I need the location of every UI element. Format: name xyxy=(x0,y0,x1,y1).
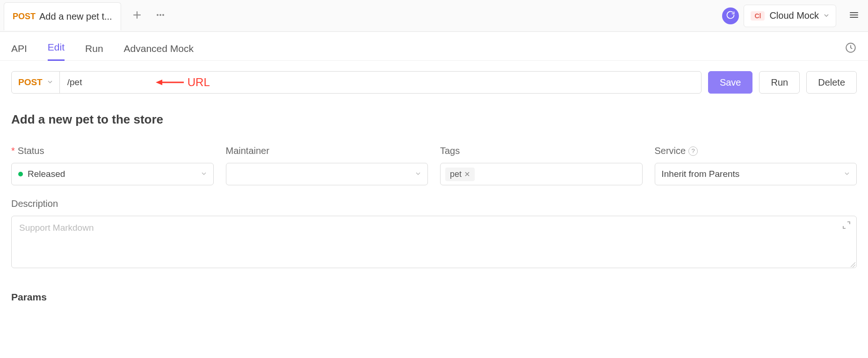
history-icon xyxy=(845,47,857,55)
run-button[interactable]: Run xyxy=(759,71,800,94)
save-button[interactable]: Save xyxy=(708,71,753,94)
environment-select[interactable]: Cl Cloud Mock xyxy=(744,5,836,27)
help-icon[interactable]: ? xyxy=(688,146,698,156)
tag-text: pet xyxy=(450,169,462,179)
history-button[interactable] xyxy=(845,42,857,60)
subnav-edit[interactable]: Edit xyxy=(48,35,65,61)
subnav-api[interactable]: API xyxy=(11,37,27,61)
tab-title: Add a new pet t... xyxy=(39,11,112,22)
description-label: Description xyxy=(11,198,58,209)
url-annotation: URL xyxy=(156,76,210,89)
chevron-down-icon xyxy=(824,12,829,20)
sync-button[interactable] xyxy=(722,7,739,24)
content-area: POST /pet URL Save Run Delete Add a new … xyxy=(0,61,868,303)
url-row: POST /pet URL Save Run Delete xyxy=(11,71,857,94)
resize-handle[interactable] xyxy=(849,260,855,267)
description-field: Description Support Markdown xyxy=(11,198,857,268)
status-label: Status xyxy=(18,146,44,156)
svg-marker-5 xyxy=(156,80,162,85)
env-badge: Cl xyxy=(751,11,765,21)
service-field: Service ? Inherit from Parents xyxy=(655,146,857,185)
expand-button[interactable] xyxy=(842,221,851,232)
tags-input[interactable]: pet xyxy=(440,163,643,185)
params-heading: Params xyxy=(11,292,857,303)
description-textarea[interactable]: Support Markdown xyxy=(11,216,857,268)
delete-button[interactable]: Delete xyxy=(806,71,857,94)
more-horizontal-icon xyxy=(155,10,166,22)
tab-active-request[interactable]: POST Add a new pet t... xyxy=(4,2,121,30)
chevron-down-icon xyxy=(201,171,207,178)
http-method-select[interactable]: POST xyxy=(11,71,60,94)
service-value: Inherit from Parents xyxy=(662,169,740,179)
chevron-down-icon xyxy=(47,79,53,86)
tag-chip: pet xyxy=(445,168,475,181)
menu-icon xyxy=(849,10,859,22)
tab-method-badge: POST xyxy=(13,12,36,22)
status-dot-icon xyxy=(18,172,23,176)
metadata-fields: * Status Released Maintainer xyxy=(11,146,857,185)
svg-point-2 xyxy=(162,14,164,16)
description-placeholder: Support Markdown xyxy=(19,223,94,233)
maintainer-label: Maintainer xyxy=(226,146,269,156)
maintainer-select[interactable] xyxy=(226,163,428,185)
new-tab-button[interactable] xyxy=(127,6,147,26)
annotation-text: URL xyxy=(188,76,210,89)
status-select[interactable]: Released xyxy=(11,163,214,185)
svg-point-1 xyxy=(159,14,161,16)
status-field: * Status Released xyxy=(11,146,214,185)
tags-field: Tags pet xyxy=(440,146,643,185)
tags-label: Tags xyxy=(440,146,460,156)
status-value: Released xyxy=(28,169,65,179)
subnav-advanced-mock[interactable]: Advanced Mock xyxy=(124,37,194,61)
api-title: Add a new pet to the store xyxy=(11,112,857,127)
subnav-run[interactable]: Run xyxy=(85,37,103,61)
required-marker: * xyxy=(11,146,15,156)
method-value: POST xyxy=(18,77,43,88)
menu-button[interactable] xyxy=(844,6,864,26)
svg-point-0 xyxy=(157,14,159,16)
window-tabbar: POST Add a new pet t... Cl Cloud Mock xyxy=(0,0,868,32)
remove-tag-button[interactable] xyxy=(464,170,470,178)
sync-icon xyxy=(726,10,735,22)
tab-overflow-button[interactable] xyxy=(150,6,171,26)
url-value: /pet xyxy=(67,77,82,88)
request-subnav: API Edit Run Advanced Mock xyxy=(0,32,868,61)
env-label: Cloud Mock xyxy=(769,10,819,21)
service-label: Service xyxy=(655,146,686,156)
chevron-down-icon xyxy=(415,171,421,178)
chevron-down-icon xyxy=(844,171,850,178)
plus-icon xyxy=(132,10,142,22)
url-input[interactable]: /pet URL xyxy=(59,71,702,94)
service-select[interactable]: Inherit from Parents xyxy=(655,163,857,185)
maintainer-field: Maintainer xyxy=(226,146,428,185)
